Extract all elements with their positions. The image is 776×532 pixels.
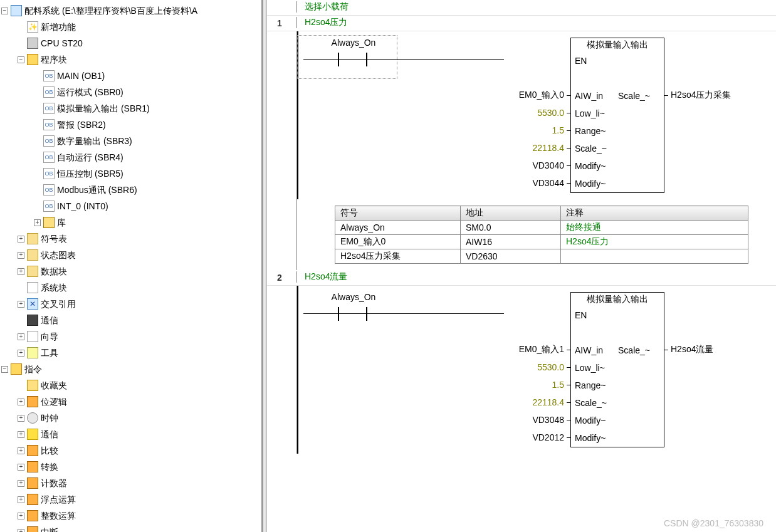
function-block[interactable]: 模拟量输入输出 EN AIW_inScale_~Low_li~Range~Sca… xyxy=(570,292,664,447)
tree-item-systemblock[interactable]: 系统块 xyxy=(0,279,261,296)
tree-label: 配料系统 (E:\整理程序资料\B百度上传资料\A xyxy=(24,3,197,19)
tree-item-library[interactable]: + 库 xyxy=(0,214,261,231)
symbol-table[interactable]: 符号 地址 注释Always_On SM0.0 始终接通EM0_输入0 AIW1… xyxy=(335,206,748,264)
tree-item-wizard[interactable]: + 向导 xyxy=(0,328,261,345)
expand-icon[interactable]: + xyxy=(18,301,24,308)
tree-item-block[interactable]: OB 数字量输出 (SBR3) xyxy=(0,133,261,149)
project-tree-panel[interactable]: − 配料系统 (E:\整理程序资料\B百度上传资料\A ✨ 新增功能 CPU S… xyxy=(0,0,263,532)
tree-label: 数据块 xyxy=(41,263,67,279)
watermark: CSDN @2301_76303830 xyxy=(664,518,763,528)
expand-icon[interactable]: + xyxy=(18,480,24,487)
contact-label: Always_On xyxy=(303,38,404,48)
tree-item-instruction[interactable]: + 通信 xyxy=(0,426,261,442)
tree-item-block[interactable]: OB 自动运行 (SBR4) xyxy=(0,149,261,165)
cell-comment xyxy=(561,249,748,264)
tree-label: 通信 xyxy=(41,426,58,442)
tree-item-datablock[interactable]: + 数据块 xyxy=(0,263,261,279)
expand-icon[interactable]: + xyxy=(18,447,24,454)
folder-icon xyxy=(11,363,22,375)
block-en: EN xyxy=(571,306,664,324)
tree-label: 比较 xyxy=(41,442,58,459)
tree-item-cpu[interactable]: CPU ST20 xyxy=(0,35,261,51)
collapse-icon[interactable]: − xyxy=(1,366,8,373)
block-icon: OB xyxy=(43,86,55,98)
tree-item-instruction[interactable]: + 时钟 xyxy=(0,410,261,426)
tree-item-instruction[interactable]: + 位逻辑 xyxy=(0,394,261,410)
table-row[interactable]: H2so4压力采集 VD2630 xyxy=(335,249,748,264)
expand-icon[interactable]: + xyxy=(18,236,24,243)
tree-label: 时钟 xyxy=(41,410,58,426)
block-output-value: H2so4压力采集 xyxy=(668,90,756,101)
block-icon: OB xyxy=(43,135,55,147)
tree-item-symboltable[interactable]: + 符号表 xyxy=(0,231,261,247)
cell-comment: H2so4压力 xyxy=(561,235,748,249)
block-input-value: 1.5 xyxy=(504,380,567,390)
collapse-icon[interactable]: − xyxy=(1,8,8,14)
expand-icon[interactable]: + xyxy=(18,333,24,340)
cell-address: SM0.0 xyxy=(461,221,561,235)
expand-icon[interactable]: + xyxy=(34,219,41,226)
table-row[interactable]: Always_On SM0.0 始终接通 xyxy=(335,221,748,235)
tree-item-instruction[interactable]: + 浮点运算 xyxy=(0,491,261,508)
expand-icon[interactable]: + xyxy=(18,513,24,519)
block-input-value: VD2012 xyxy=(504,432,567,442)
tree-item-instruction[interactable]: + 中断 xyxy=(0,524,261,532)
expand-icon[interactable]: + xyxy=(18,415,24,422)
cell-symbol: H2so4压力采集 xyxy=(335,249,461,264)
tree-label: 指令 xyxy=(24,361,42,377)
block-input-value: 22118.4 xyxy=(504,143,567,153)
tree-item-block[interactable]: OB MAIN (OB1) xyxy=(0,68,261,84)
tree-item-instruction[interactable]: + 整数运算 xyxy=(0,508,261,524)
tree-item-tools[interactable]: + 工具 xyxy=(0,345,261,361)
block-input-port: AIW_in xyxy=(571,345,612,355)
expand-icon[interactable]: + xyxy=(18,399,24,405)
expand-icon[interactable]: + xyxy=(18,431,24,438)
tree-item-instructions[interactable]: − 指令 xyxy=(0,361,261,377)
tree-item-instruction[interactable]: + 转换 xyxy=(0,459,261,475)
tree-item-block[interactable]: OB Modbus通讯 (SBR6) xyxy=(0,182,261,198)
expand-icon[interactable]: + xyxy=(18,529,24,533)
category-icon xyxy=(27,412,38,424)
tree-item-programblocks[interactable]: − 程序块 xyxy=(0,51,261,68)
block-input-port: Scale_~ xyxy=(571,398,612,408)
tree-item-block[interactable]: OB 运行模式 (SBR0) xyxy=(0,84,261,100)
category-icon xyxy=(27,396,38,407)
block-output-value: H2so4流量 xyxy=(668,344,756,355)
tree-item-block[interactable]: OB 恒压控制 (SBR5) xyxy=(0,165,261,182)
block-icon: OB xyxy=(43,103,55,114)
expand-icon[interactable]: + xyxy=(18,268,24,275)
tree-item-block[interactable]: OB 警报 (SBR2) xyxy=(0,117,261,133)
expand-icon[interactable]: + xyxy=(18,350,24,357)
tree-item-block[interactable]: OB INT_0 (INT0) xyxy=(0,198,261,214)
tree-label: 新增功能 xyxy=(41,19,76,35)
expand-icon[interactable]: + xyxy=(18,252,24,259)
expand-icon[interactable]: + xyxy=(18,464,24,471)
tree-item-instruction[interactable]: 收藏夹 xyxy=(0,377,261,394)
tree-item-communication[interactable]: 通信 xyxy=(0,312,261,328)
tree-label: 数字量输出 (SBR3) xyxy=(57,133,132,149)
tree-root[interactable]: − 配料系统 (E:\整理程序资料\B百度上传资料\A xyxy=(0,3,261,19)
project-icon xyxy=(11,5,22,16)
tree-label: 计数器 xyxy=(41,475,67,491)
ladder-editor[interactable]: 选择小载荷 1 H2so4压力 Always_On EM0_输入05530.01… xyxy=(267,0,776,532)
tree-item-statuschart[interactable]: + 状态图表 xyxy=(0,247,261,263)
block-input-value: VD3044 xyxy=(504,178,567,188)
tree-item-newfeature[interactable]: ✨ 新增功能 xyxy=(0,19,261,35)
collapse-icon[interactable]: − xyxy=(18,56,24,63)
tree-item-instruction[interactable]: + 比较 xyxy=(0,442,261,459)
network-title: H2so4压力 xyxy=(297,17,776,28)
category-icon xyxy=(27,510,38,521)
folder-icon xyxy=(27,233,38,244)
editor-subtitle: 选择小载荷 xyxy=(297,1,776,13)
table-row[interactable]: EM0_输入0 AIW16 H2so4压力 xyxy=(335,235,748,249)
tree-label: 交叉引用 xyxy=(41,296,76,312)
tree-item-instruction[interactable]: + 计数器 xyxy=(0,475,261,491)
tree-item-crossref[interactable]: + ✕ 交叉引用 xyxy=(0,296,261,312)
function-block[interactable]: 模拟量输入输出 EN AIW_inScale_~Low_li~Range~Sca… xyxy=(570,38,664,193)
block-icon: OB xyxy=(43,152,55,163)
expand-icon[interactable]: + xyxy=(18,496,24,503)
tree-item-block[interactable]: OB 模拟量输入输出 (SBR1) xyxy=(0,100,261,117)
block-en: EN xyxy=(571,52,664,70)
block-input-port: Modify~ xyxy=(571,179,612,189)
tree-label: 收藏夹 xyxy=(41,377,67,394)
